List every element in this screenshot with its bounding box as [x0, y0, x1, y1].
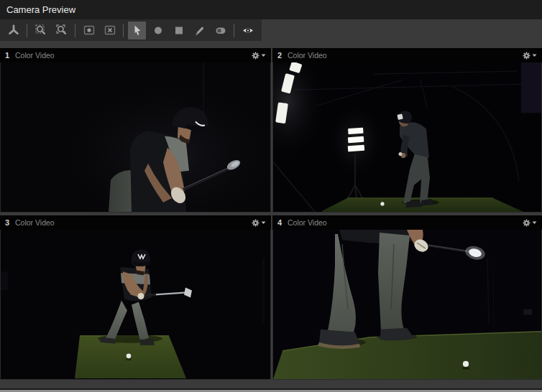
- tripod-calibration-button[interactable]: [4, 22, 22, 39]
- eye-icon: [242, 24, 254, 37]
- gear-icon: [523, 52, 530, 60]
- camera-number: 2: [277, 51, 288, 60]
- camera-1-header: 1 Color Video: [0, 48, 271, 62]
- camera-mode-label: Color Video: [15, 51, 55, 60]
- toolbar-separator: [27, 24, 27, 37]
- tripod-icon: [7, 24, 20, 37]
- capsule-mask-icon: [214, 24, 227, 37]
- camera-4-photo: [273, 230, 541, 379]
- marker-clear-icon: [104, 24, 116, 37]
- camera-2-header: 2 Color Video: [272, 48, 542, 62]
- camera-panel-3[interactable]: 3 Color Video: [0, 215, 271, 380]
- toolbar-separator: [123, 24, 124, 37]
- gear-icon: [252, 219, 259, 227]
- camera-mode-label: Color Video: [288, 218, 327, 227]
- camera-4-header: 4 Color Video: [272, 215, 542, 230]
- ellipse-mask-button[interactable]: [149, 22, 167, 39]
- camera-settings-button[interactable]: [252, 52, 266, 60]
- chevron-down-icon: [261, 53, 266, 57]
- camera-mode-label: Color Video: [15, 218, 55, 227]
- chevron-down-icon: [532, 53, 537, 57]
- camera-4-video[interactable]: [272, 230, 542, 380]
- camera-1-video[interactable]: [0, 62, 271, 213]
- camera-panel-1[interactable]: 1 Color Video: [0, 48, 271, 213]
- gear-icon: [252, 52, 259, 60]
- camera-1-photo: [1, 62, 270, 212]
- titlebar: Camera Preview: [0, 0, 542, 19]
- camera-toolbar: [0, 19, 262, 41]
- rect-mask-icon: [173, 24, 185, 37]
- window-bottom-bar: [0, 380, 542, 392]
- camera-number: 3: [5, 218, 15, 227]
- select-tool-button[interactable]: [128, 22, 146, 39]
- zoom-to-fit-button[interactable]: [52, 22, 70, 39]
- window-title: Camera Preview: [6, 4, 75, 15]
- pencil-mask-button[interactable]: [190, 22, 208, 39]
- chevron-down-icon: [532, 220, 537, 225]
- camera-2-photo: [273, 62, 541, 212]
- camera-3-video[interactable]: [0, 230, 271, 380]
- zoom-selection-icon: [35, 24, 47, 37]
- camera-3-header: 3 Color Video: [0, 215, 271, 230]
- bottom-bar-fill: [0, 380, 542, 388]
- camera-settings-button[interactable]: [523, 219, 537, 227]
- pencil-mask-icon: [193, 24, 206, 37]
- camera-2-video[interactable]: [272, 62, 542, 213]
- zoom-fit-icon: [55, 24, 68, 37]
- marker-add-icon: [83, 24, 96, 37]
- camera-panel-2[interactable]: 2 Color Video: [272, 48, 542, 213]
- camera-mode-label: Color Video: [288, 51, 327, 60]
- camera-settings-button[interactable]: [252, 219, 266, 227]
- toolbar-separator: [234, 24, 234, 37]
- camera-preview-window: Camera Preview: [0, 0, 542, 392]
- ellipse-mask-icon: [152, 24, 165, 37]
- camera-grid: 1 Color Video: [0, 48, 542, 380]
- toolbar-separator: [75, 24, 75, 37]
- marker-clear-button[interactable]: [101, 22, 119, 39]
- rect-mask-button[interactable]: [170, 22, 188, 39]
- marker-add-button[interactable]: [80, 22, 98, 39]
- zoom-to-selection-button[interactable]: [32, 22, 50, 39]
- camera-number: 1: [5, 51, 15, 60]
- visibility-button[interactable]: [239, 22, 257, 39]
- gear-icon: [523, 219, 530, 227]
- capsule-mask-button[interactable]: [211, 22, 229, 39]
- chevron-down-icon: [261, 220, 266, 225]
- camera-settings-button[interactable]: [523, 52, 537, 60]
- camera-number: 4: [277, 218, 288, 227]
- camera-panel-4[interactable]: 4 Color Video: [272, 215, 542, 380]
- camera-3-photo: [1, 230, 270, 379]
- select-arrow-icon: [131, 24, 144, 37]
